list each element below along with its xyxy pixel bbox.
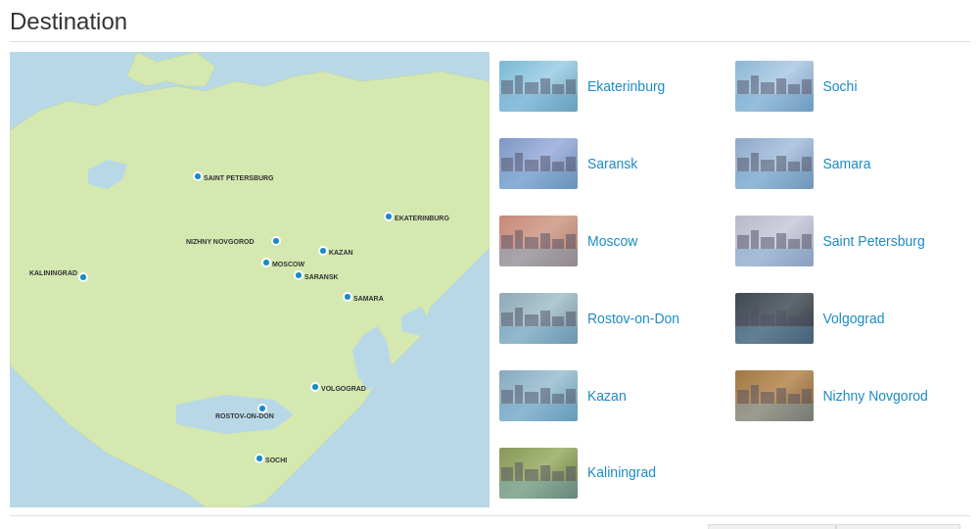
city-name-moscow: Moscow <box>587 232 637 250</box>
svg-text:NIZHNY NOVGOROD: NIZHNY NOVGOROD <box>186 238 255 245</box>
city-image-moscow <box>499 216 578 266</box>
svg-rect-34 <box>751 75 759 94</box>
city-item-saint-petersburg[interactable]: Saint Petersburg <box>735 207 961 276</box>
discover-russia-button[interactable]: Discover Russia › <box>708 524 837 529</box>
svg-rect-43 <box>525 160 538 171</box>
svg-rect-101 <box>788 394 800 404</box>
city-name-ekaterinburg: Ekaterinburg <box>587 77 665 95</box>
city-image-saransk <box>499 138 578 189</box>
city-name-saint-petersburg: Saint Petersburg <box>823 232 925 250</box>
city-name-samara: Samara <box>823 155 871 172</box>
page-container: Destination <box>0 0 980 529</box>
city-image-rostov-on-don <box>499 293 578 344</box>
svg-rect-90 <box>515 385 523 404</box>
city-image-kazan <box>499 370 578 421</box>
city-image-nizhny-novgorod <box>735 370 814 421</box>
svg-rect-28 <box>540 78 550 94</box>
svg-rect-26 <box>515 75 523 94</box>
content-row: SAINT PETERSBURG EKATERINBURG NIZHNY NOV… <box>10 52 970 507</box>
svg-point-13 <box>295 271 303 279</box>
svg-rect-56 <box>499 249 578 266</box>
svg-rect-94 <box>566 389 576 404</box>
svg-text:SARANSK: SARANSK <box>304 273 339 280</box>
city-item-nizhny-novgorod[interactable]: Nizhny Novgorod <box>735 361 961 430</box>
svg-rect-108 <box>540 465 550 481</box>
svg-text:ROSTOV-ON-DON: ROSTOV-ON-DON <box>215 412 274 419</box>
svg-rect-73 <box>501 313 513 326</box>
svg-point-1 <box>194 172 202 180</box>
svg-rect-75 <box>525 314 538 326</box>
svg-rect-84 <box>776 311 786 326</box>
page-title: Destination <box>10 8 970 35</box>
svg-rect-33 <box>737 80 749 94</box>
svg-point-9 <box>262 259 270 266</box>
title-divider <box>10 41 970 42</box>
svg-text:SAMARA: SAMARA <box>353 295 384 302</box>
svg-rect-93 <box>552 394 564 404</box>
city-image-ekaterinburg <box>499 61 578 112</box>
svg-rect-49 <box>737 158 749 171</box>
svg-rect-96 <box>735 404 814 421</box>
svg-point-19 <box>258 405 266 412</box>
city-item-samara[interactable]: Samara <box>735 129 961 199</box>
svg-rect-89 <box>501 390 513 404</box>
city-item-volgograd[interactable]: Volgograd <box>735 283 961 353</box>
svg-rect-40 <box>499 171 578 189</box>
svg-rect-58 <box>515 230 523 249</box>
svg-rect-67 <box>761 237 774 249</box>
city-thumb-nizhny-novgorod <box>735 370 814 421</box>
svg-rect-86 <box>802 312 812 326</box>
city-thumb-saint-petersburg <box>735 216 814 266</box>
svg-rect-54 <box>802 157 812 171</box>
svg-rect-62 <box>566 234 576 249</box>
city-name-kaliningrad: Kaliningrad <box>587 463 656 481</box>
svg-text:KAZAN: KAZAN <box>329 249 353 256</box>
city-name-rostov-on-don: Rostov-on-Don <box>587 310 679 327</box>
city-item-ekaterinburg[interactable]: Ekaterinburg <box>499 52 725 121</box>
svg-rect-99 <box>761 392 774 404</box>
city-thumb-moscow <box>499 216 578 266</box>
city-thumb-rostov-on-don <box>499 293 578 344</box>
svg-rect-60 <box>540 233 550 249</box>
svg-rect-44 <box>540 156 550 171</box>
svg-rect-59 <box>525 237 538 249</box>
svg-rect-70 <box>802 234 812 249</box>
svg-rect-24 <box>499 94 578 112</box>
svg-rect-36 <box>776 78 786 94</box>
svg-rect-82 <box>751 308 759 326</box>
city-item-sochi[interactable]: Sochi <box>735 52 961 121</box>
svg-rect-32 <box>735 94 814 112</box>
svg-rect-102 <box>802 389 812 404</box>
city-item-kaliningrad[interactable]: Kaliningrad <box>499 438 725 507</box>
svg-rect-64 <box>735 249 814 266</box>
city-thumb-ekaterinburg <box>499 61 578 112</box>
city-image-volgograd <box>735 293 814 344</box>
cities-panel: EkaterinburgSochiSaranskSamaraMoscowSain… <box>490 52 970 507</box>
bottom-bar: Discover Russia › The Host Cities › <box>10 515 970 529</box>
cities-grid: EkaterinburgSochiSaranskSamaraMoscowSain… <box>499 52 960 507</box>
svg-rect-65 <box>737 235 749 249</box>
svg-rect-72 <box>499 326 578 344</box>
svg-rect-45 <box>552 162 564 171</box>
svg-point-5 <box>272 237 280 245</box>
map-svg: SAINT PETERSBURG EKATERINBURG NIZHNY NOV… <box>10 52 490 507</box>
city-item-rostov-on-don[interactable]: Rostov-on-Don <box>499 283 725 353</box>
city-item-kazan[interactable]: Kazan <box>499 361 725 430</box>
svg-rect-85 <box>788 316 800 326</box>
svg-rect-35 <box>761 82 774 94</box>
city-name-kazan: Kazan <box>587 387 627 405</box>
city-item-saransk[interactable]: Saransk <box>499 129 725 199</box>
svg-rect-41 <box>501 158 513 171</box>
city-item-moscow[interactable]: Moscow <box>499 207 725 276</box>
city-name-volgograd: Volgograd <box>823 310 885 327</box>
city-name-nizhny-novgorod: Nizhny Novgorod <box>823 387 928 405</box>
svg-rect-76 <box>540 311 550 326</box>
svg-point-17 <box>311 383 319 391</box>
svg-rect-97 <box>737 390 749 404</box>
svg-rect-104 <box>499 481 578 499</box>
svg-point-21 <box>256 455 263 462</box>
host-cities-button[interactable]: The Host Cities › <box>836 524 960 529</box>
city-thumb-volgograd <box>735 293 814 344</box>
city-thumb-sochi <box>735 61 814 112</box>
svg-rect-81 <box>737 313 749 326</box>
